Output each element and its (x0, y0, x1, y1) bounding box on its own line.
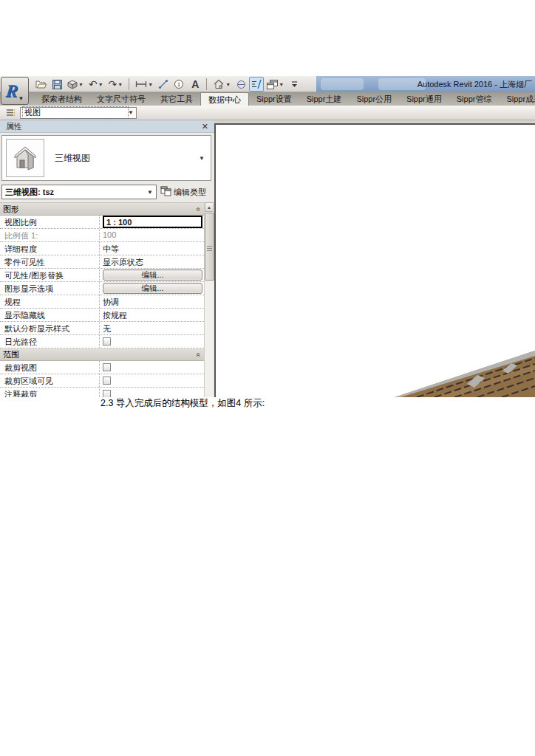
home-3d-icon (213, 79, 225, 89)
customize-icon (291, 80, 298, 88)
ribbon-tab[interactable]: Sippr设置 (249, 92, 299, 106)
redo-button[interactable]: ↷▼ (106, 77, 126, 92)
section-button[interactable] (234, 77, 248, 92)
switch-windows-button[interactable]: ▼ (265, 77, 286, 92)
property-value[interactable]: 1 : 100 (100, 216, 204, 228)
chevron-down-icon: ▼ (78, 82, 84, 87)
aligned-dimension-button[interactable] (156, 77, 171, 92)
ribbon-tab[interactable]: Sippr公用 (349, 92, 399, 106)
property-value[interactable] (100, 361, 204, 374)
ribbon-tab-row: 探索者结构文字尺寸符号其它工具数据中心Sippr设置Sippr土建Sippr公用… (0, 92, 535, 106)
property-label: 零件可见性 (0, 255, 100, 268)
thin-lines-button[interactable] (249, 77, 264, 92)
measure-button[interactable]: ▼ (133, 77, 155, 92)
tag-by-category-button[interactable]: 1 (171, 77, 187, 92)
property-value[interactable]: 显示原状态 (100, 255, 204, 268)
property-value[interactable]: 按规程 (100, 309, 204, 321)
ribbon-tab[interactable]: 其它工具 (153, 92, 200, 106)
synchronize-button[interactable]: ▼ (65, 77, 86, 92)
checkbox[interactable] (103, 363, 111, 371)
property-label: 可见性/图形替换 (0, 269, 100, 281)
checkbox[interactable] (103, 337, 111, 346)
property-value[interactable] (100, 335, 204, 348)
section-header[interactable]: 图形« (0, 203, 204, 216)
property-row: 注释裁剪 (0, 388, 204, 397)
property-value[interactable]: 编辑... (100, 269, 204, 281)
chevron-down-icon: ▼ (117, 82, 123, 87)
chevron-down-icon: ▼ (18, 95, 24, 104)
property-label: 比例值 1: (0, 229, 100, 241)
property-row: 裁剪区域可见 (0, 374, 204, 388)
titlebar-decoration (321, 78, 364, 90)
property-value[interactable]: 100 (100, 229, 204, 241)
view-dropdown[interactable]: 视图 ▼ (20, 107, 137, 119)
ribbon-tab[interactable]: Sippr成果 (499, 92, 535, 106)
selected-value[interactable]: 1 : 100 (103, 216, 202, 228)
edit-button[interactable]: 编辑... (103, 283, 202, 294)
property-row: 可见性/图形替换编辑... (0, 269, 204, 282)
customize-quick-access-button[interactable] (287, 77, 301, 92)
save-button[interactable] (50, 77, 64, 92)
property-row: 零件可见性显示原状态 (0, 255, 204, 269)
property-row: 显示隐藏线按规程 (0, 309, 204, 322)
ribbon-tab[interactable]: Sippr通用 (399, 92, 449, 106)
property-label: 日光路径 (0, 335, 100, 348)
ribbon-tab[interactable]: 文字尺寸符号 (89, 92, 153, 106)
edit-type-button[interactable]: 编辑类型 (160, 185, 206, 199)
application-menu-button[interactable]: R ▼ (1, 77, 29, 105)
property-value[interactable] (100, 374, 204, 387)
ribbon-tab[interactable]: 数据中心 (200, 92, 249, 106)
edit-button[interactable]: 编辑... (103, 269, 202, 281)
open-button[interactable] (33, 77, 49, 92)
ribbon-tab[interactable]: Sippr土建 (299, 92, 350, 106)
section-icon (236, 80, 246, 89)
revit-screenshot: R ▼ ▼↶▼↷▼▼1A▼▼ Autodesk Revit 2016 - 上海烟… (0, 76, 535, 397)
checkbox[interactable] (103, 390, 111, 397)
property-value[interactable]: 协调 (100, 295, 204, 308)
document-page: R ▼ ▼↶▼↷▼▼1A▼▼ Autodesk Revit 2016 - 上海烟… (0, 0, 535, 756)
property-label: 规程 (0, 295, 100, 308)
property-value[interactable] (100, 388, 204, 397)
property-value[interactable]: 编辑... (100, 282, 204, 295)
collapse-icon[interactable]: « (195, 207, 203, 211)
redo-icon: ↷ (109, 79, 117, 89)
properties-header[interactable]: 属性 ✕ (0, 120, 214, 133)
3d-view-type-icon (6, 139, 44, 177)
drawing-area[interactable] (214, 123, 535, 397)
aligned-dimension-icon (158, 79, 168, 89)
text-button[interactable]: A (188, 77, 202, 92)
ribbon-tab[interactable]: Sippr管综 (449, 92, 500, 106)
scrollbar-thumb[interactable] (205, 213, 214, 281)
title-bar: Autodesk Revit 2016 - 上海烟厂 (316, 76, 535, 92)
collapse-icon[interactable]: « (195, 352, 203, 357)
thin-lines-icon (251, 79, 262, 89)
undo-button[interactable]: ↶▼ (86, 77, 106, 92)
svg-text:1: 1 (177, 81, 181, 88)
default-3d-view-button[interactable]: ▼ (211, 77, 233, 92)
ribbon-tab[interactable]: 探索者结构 (34, 92, 89, 106)
close-icon[interactable]: ✕ (202, 122, 208, 131)
property-label: 图形显示选项 (0, 282, 100, 295)
type-selector[interactable]: 三维视图 ▼ (1, 135, 211, 181)
scrollbar-grip (207, 246, 212, 247)
section-header[interactable]: 范围« (0, 348, 204, 361)
property-label: 显示隐藏线 (0, 309, 100, 321)
scrollbar[interactable]: ▲ (204, 202, 214, 397)
instance-selector[interactable]: 三维视图: tsz ▼ (1, 185, 157, 199)
checkbox[interactable] (103, 377, 111, 385)
chevron-down-icon: ▼ (199, 155, 205, 162)
tag-icon: 1 (174, 79, 185, 89)
open-folder-icon (35, 80, 47, 89)
scroll-up-icon[interactable]: ▲ (205, 202, 214, 212)
sync-icon (67, 80, 78, 89)
property-row: 比例值 1:100 (0, 229, 204, 242)
section-title: 图形 (3, 204, 19, 215)
property-value[interactable]: 中等 (100, 242, 204, 255)
undo-icon: ↶ (89, 79, 98, 89)
property-value[interactable]: 无 (100, 322, 204, 334)
property-label: 裁剪区域可见 (0, 374, 100, 387)
ribbon-tabs: 探索者结构文字尺寸符号其它工具数据中心Sippr设置Sippr土建Sippr公用… (34, 92, 535, 106)
quick-access-toolbar-row: R ▼ ▼↶▼↷▼▼1A▼▼ Autodesk Revit 2016 - 上海烟… (0, 76, 535, 92)
figure-caption: 2.3 导入完成后的结构模型，如图4 所示: (100, 397, 265, 410)
section-title: 范围 (3, 349, 19, 360)
